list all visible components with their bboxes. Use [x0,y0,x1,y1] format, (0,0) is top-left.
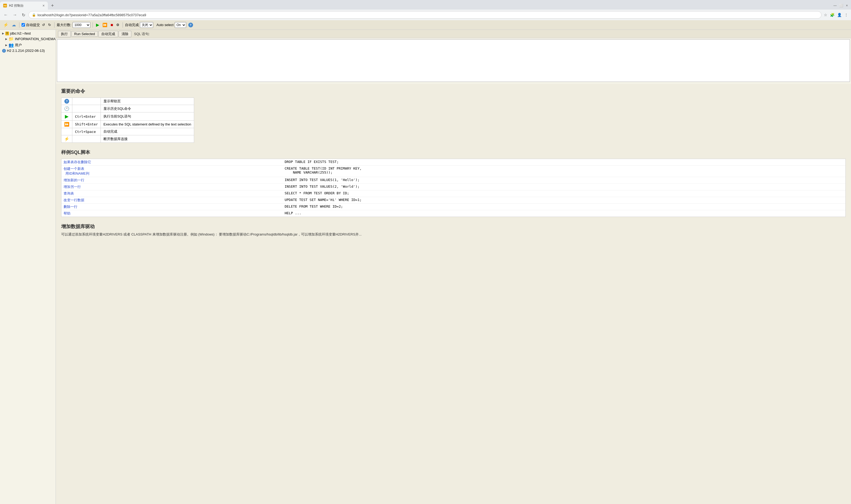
lock-icon: 🔒 [32,13,36,17]
run-cmd-icon: ⏩ [64,122,69,127]
cmd-shortcut [72,135,101,143]
table-row: ⏩ Shift+Enter Executes the SQL statement… [61,121,194,128]
tab-favicon: H2 [3,4,7,7]
add-driver-title: 增加数据库驱动 [61,223,846,230]
redo-button[interactable]: ↻ [47,22,52,28]
cmd-shortcut [72,105,101,112]
forward-button[interactable]: → [11,12,19,18]
menu-icon[interactable]: ⋮ [844,12,849,18]
tab-close-button[interactable]: × [42,3,45,8]
add-driver-text: 可以通过添加系统环境变量H2DRIVERS 或者 CLASSPATH 来增加数据… [61,232,846,237]
table-row: ⚡ 断开数据库连接 [61,135,194,143]
extensions-icon[interactable]: 🧩 [829,12,835,18]
disconnect-cmd-icon: ⚡ [64,137,69,141]
sample-code-4: INSERT INTO TEST VALUES(2, 'World'); [282,184,846,190]
sample-link-help[interactable]: 帮助 [64,211,70,215]
sample-code-1: DROP TABLE IF EXISTS TEST; [282,159,846,166]
play-cmd-icon: ▶ [65,114,69,119]
auto-select-select[interactable]: On Off [175,22,186,28]
run-selected-icon: ⏩ [102,23,107,28]
auto-commit-label[interactable]: 自动提交 [21,23,40,28]
cmd-shortcut: Ctrl+Enter [72,112,101,121]
expand-icon-2: ▶ [5,37,7,40]
reload-button[interactable]: ↻ [20,12,27,19]
address-bar[interactable]: 🔒 localhost/h2/login.do?jsessionid=77a5a… [29,11,821,19]
profile-icon[interactable]: 👤 [836,12,843,18]
undo-button[interactable]: ↺ [41,22,46,28]
cmd-description: 断开数据库连接 [101,135,194,143]
sample-sql-box: 如果表存在删除它 DROP TABLE IF EXISTS TEST; 创建一个… [61,159,846,217]
sample-link-4[interactable]: 增加另一行 [64,185,81,189]
sql-label: SQL 语句: [134,32,150,36]
sql-toolbar: 执行 Run Selected 自动完成 清除 SQL 语句: [56,30,851,38]
sidebar-version-label: H2 2.1.214 (2022-06-13) [7,49,45,53]
max-rows-select[interactable]: 1000 10000 100000 [73,22,90,28]
auto-complete-select[interactable]: 关闭 开启 [140,22,153,28]
clear-button[interactable]: 清除 [119,31,131,37]
cmd-description: 自动完成 [101,128,194,135]
window-controls: — ⬜ × [832,3,851,8]
run-selected-toolbar-button[interactable]: ⏩ [101,22,108,28]
sample-link-1[interactable]: 如果表存在删除它 [64,160,91,164]
cmd-description: 显示历史SQL命令 [101,105,194,112]
table-row: ? 显示帮助页 [61,98,194,105]
close-window-button[interactable]: × [845,3,849,8]
sample-sql-title: 样例SQL脚本 [61,149,846,156]
info-icon: i [2,49,6,53]
help-cmd-icon: ? [64,99,69,104]
auto-commit-checkbox[interactable] [21,23,25,26]
sidebar-item-information-schema[interactable]: ▶ 📁 INFORMATION_SCHEMA [0,36,56,42]
sample-code-6: UPDATE TEST SET NAME='Hi' WHERE ID=1; [282,197,846,204]
sidebar-users-label: 用户 [15,43,22,48]
tab-title: H2 控制台 [9,3,40,8]
main-layout: ▶ 🗄 jdbc:h2:~/test ▶ 📁 INFORMATION_SCHEM… [0,30,851,504]
undo-icon: ↺ [42,23,45,27]
help-icon: ? [188,23,193,28]
auto-complete-button[interactable]: 自动完成 [99,31,118,37]
minimize-window-button[interactable]: — [832,3,838,8]
sidebar-schema-label: INFORMATION_SCHEMA [15,37,56,41]
cmd-shortcut: Shift+Enter [72,121,101,128]
sql-textarea-container [56,38,851,84]
run-selected-button[interactable]: Run Selected [71,31,98,37]
browser-tab[interactable]: H2 H2 控制台 × [0,2,48,10]
sample-code-2: CREATE TABLE TEST(ID INT PRIMARY KEY, NA… [282,166,846,177]
disconnect-button[interactable]: ⚡ [2,22,10,28]
sample-link-3[interactable]: 增加新的一行 [64,178,84,182]
important-commands-title: 重要的命令 [61,88,846,94]
bookmark-icon[interactable]: ☆ [823,12,828,18]
disconnect-icon: ⚡ [3,22,8,28]
stop-button[interactable]: ■ [110,22,114,28]
sql-textarea[interactable] [57,39,850,82]
app-toolbar: ⚡ ☁ 自动提交 ↺ ↻ 最大行数: 1000 10000 100000 ▶ ⏩… [0,20,851,30]
table-row: 删除一行 DELETE FROM TEST WHERE ID=2; [61,204,846,210]
sidebar-item-version: i H2 2.1.214 (2022-06-13) [0,48,56,53]
commands-table: ? 显示帮助页 🕐 显示历史SQL命令 ▶ Ctrl+Enter 执行当前SQL… [61,97,194,143]
table-row: Ctrl+Space 自动完成 [61,128,194,135]
new-tab-button[interactable]: + [49,3,56,8]
sample-link-6[interactable]: 改变一行数据 [64,198,84,202]
table-row: 增加新的一行 INSERT INTO TEST VALUES(1, 'Hello… [61,177,846,184]
sidebar-item-users[interactable]: ▶ 👥 用户 [0,42,56,48]
max-rows-label: 最大行数: [57,23,72,28]
table-row: 帮助 HELP ... [61,210,846,217]
execute-sql-button[interactable]: 执行 [58,31,71,37]
sidebar-item-db[interactable]: ▶ 🗄 jdbc:h2:~/test [0,31,56,36]
sample-link-7[interactable]: 删除一行 [64,205,77,209]
cloud-button[interactable]: ☁ [11,22,17,28]
cmd-shortcut: Ctrl+Space [72,128,101,135]
sidebar: ▶ 🗄 jdbc:h2:~/test ▶ 📁 INFORMATION_SCHEM… [0,30,56,504]
help-toolbar-button[interactable]: ? [187,22,194,28]
maximize-window-button[interactable]: ⬜ [838,3,844,8]
cmd-description: Executes the SQL statement defined by th… [101,121,194,128]
execute-button[interactable]: ▶ [95,22,100,28]
sample-link-5[interactable]: 查询表 [64,192,74,195]
sample-link-2[interactable]: 创建一个新表 用ID和NAME列 [64,167,89,176]
sidebar-db-label: jdbc:h2:~/test [10,31,31,35]
back-button[interactable]: ← [2,12,10,18]
table-row: 改变一行数据 UPDATE TEST SET NAME='Hi' WHERE I… [61,197,846,204]
folder-icon: 📁 [8,36,14,41]
settings-button[interactable]: ⚙ [115,22,121,28]
table-row: 创建一个新表 用ID和NAME列 CREATE TABLE TEST(ID IN… [61,166,846,177]
toolbar-separator-4 [123,22,123,28]
